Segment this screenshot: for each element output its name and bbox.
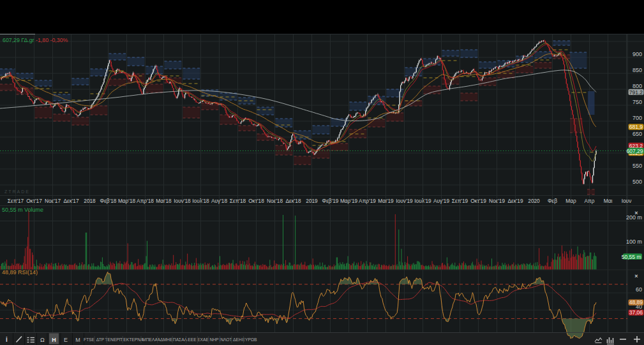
svg-text:i: i	[6, 336, 8, 343]
svg-text:Ιουλ'18: Ιουλ'18	[192, 198, 209, 204]
svg-text:48,89 RSI(14): 48,89 RSI(14)	[2, 269, 38, 275]
svg-text:Οκτ'19: Οκτ'19	[470, 198, 486, 204]
svg-text:50,55 m Volume: 50,55 m Volume	[2, 207, 43, 213]
svg-text:Σεπ'19: Σεπ'19	[452, 198, 468, 204]
svg-text:Ιουν'19: Ιουν'19	[396, 198, 413, 204]
svg-text:Σεπ'17: Σεπ'17	[8, 198, 24, 204]
svg-text:ΙΝΛΟΤ: ΙΝΛΟΤ	[219, 337, 232, 342]
svg-text:Νοε'19: Νοε'19	[489, 198, 505, 204]
svg-text:ΑΔΜΗΕ: ΑΔΜΗΕ	[158, 337, 173, 342]
svg-text:900: 900	[633, 51, 642, 57]
svg-text:Δεκ'17: Δεκ'17	[63, 198, 79, 204]
svg-text:M: M	[75, 337, 80, 343]
svg-text:Φεβ: Φεβ	[548, 198, 557, 204]
svg-text:Αυγ'19: Αυγ'19	[433, 198, 449, 204]
svg-text:Απρ'18: Απρ'18	[137, 198, 154, 204]
svg-text:850: 850	[633, 67, 642, 73]
svg-text:Ιουν'18: Ιουν'18	[174, 198, 191, 204]
svg-text:H: H	[52, 337, 56, 343]
svg-text:×: ×	[634, 210, 638, 216]
svg-text:500: 500	[633, 179, 642, 185]
svg-text:60: 60	[636, 286, 642, 293]
svg-text:×: ×	[634, 273, 638, 279]
svg-text:Μαρ: Μαρ	[565, 198, 576, 204]
svg-text:Νοε'18: Νοε'18	[267, 198, 283, 204]
svg-text:100 m: 100 m	[626, 239, 642, 245]
svg-text:650: 650	[633, 131, 642, 137]
svg-text:Φεβ'18: Φεβ'18	[100, 198, 117, 204]
svg-text:700: 700	[633, 115, 642, 121]
svg-text:ΓΕΚΤΕΡΝΑ: ΓΕΚΤΕΡΝΑ	[121, 337, 144, 342]
svg-text:2018: 2018	[84, 198, 96, 204]
svg-text:37,06: 37,06	[629, 309, 643, 316]
svg-text:550: 550	[633, 163, 642, 169]
svg-text:Ω: Ω	[40, 337, 45, 343]
svg-text:Οκτ'18: Οκτ'18	[248, 198, 264, 204]
svg-text:Αυγ'18: Αυγ'18	[211, 198, 227, 204]
svg-text:Μαι'18: Μαι'18	[156, 198, 172, 204]
svg-text:Απρ'19: Απρ'19	[359, 198, 376, 204]
svg-text:Δεκ'19: Δεκ'19	[507, 198, 523, 204]
svg-text:Απρ: Απρ	[585, 198, 595, 204]
svg-text:FTSE: FTSE	[84, 337, 95, 342]
svg-text:ZTRADE: ZTRADE	[4, 189, 30, 194]
svg-text:48,89: 48,89	[629, 299, 643, 305]
svg-text:Μαρ'19: Μαρ'19	[340, 198, 358, 204]
svg-text:Σεπ'18: Σεπ'18	[230, 198, 246, 204]
svg-text:ΜΠΕΛΑ: ΜΠΕΛΑ	[142, 337, 158, 342]
svg-text:Δεκ'18: Δεκ'18	[285, 198, 301, 204]
svg-text:50,55 m: 50,55 m	[622, 254, 641, 260]
svg-text:ΠΑΣΑΛ: ΠΑΣΑΛ	[173, 337, 188, 342]
svg-text:2019: 2019	[306, 198, 318, 204]
svg-text:607,29 ΓΔ.gr -1,80 -0,30%: 607,29 ΓΔ.gr -1,80 -0,30%	[3, 37, 68, 43]
svg-text:ΔΕΗ: ΔΕΗ	[233, 337, 242, 342]
svg-text:Μαι'19: Μαι'19	[378, 198, 394, 204]
svg-text:791,2: 791,2	[629, 89, 643, 96]
svg-text:Μαι: Μαι	[604, 198, 613, 204]
svg-text:ΕΥΡΩΒ: ΕΥΡΩΒ	[243, 337, 257, 342]
svg-text:750: 750	[633, 99, 642, 105]
svg-text:Ιουν: Ιουν	[622, 198, 632, 204]
svg-text:607,29: 607,29	[627, 148, 643, 154]
svg-text:Μαρ'18: Μαρ'18	[118, 198, 136, 204]
svg-text:2020: 2020	[528, 198, 540, 204]
svg-text:ΝΗΡ: ΝΗΡ	[209, 337, 219, 342]
svg-text:E: E	[64, 337, 68, 343]
svg-text:ΕΕΕ: ΕΕΕ	[188, 337, 197, 342]
svg-text:Οκτ'17: Οκτ'17	[26, 198, 42, 204]
svg-text:Φεβ'19: Φεβ'19	[322, 198, 339, 204]
svg-text:ΕΧΑΕ: ΕΧΑΕ	[197, 337, 209, 342]
svg-text:681,9: 681,9	[629, 124, 643, 130]
svg-text:Νοε'17: Νοε'17	[45, 198, 61, 204]
svg-text:ΤΕΝΕΡΓ: ΤΕΝΕΡΓ	[105, 337, 122, 342]
svg-text:800: 800	[633, 83, 642, 89]
svg-text:Ιουλ'19: Ιουλ'19	[414, 198, 431, 204]
svg-text:ΔΤΡ: ΔΤΡ	[96, 337, 105, 342]
